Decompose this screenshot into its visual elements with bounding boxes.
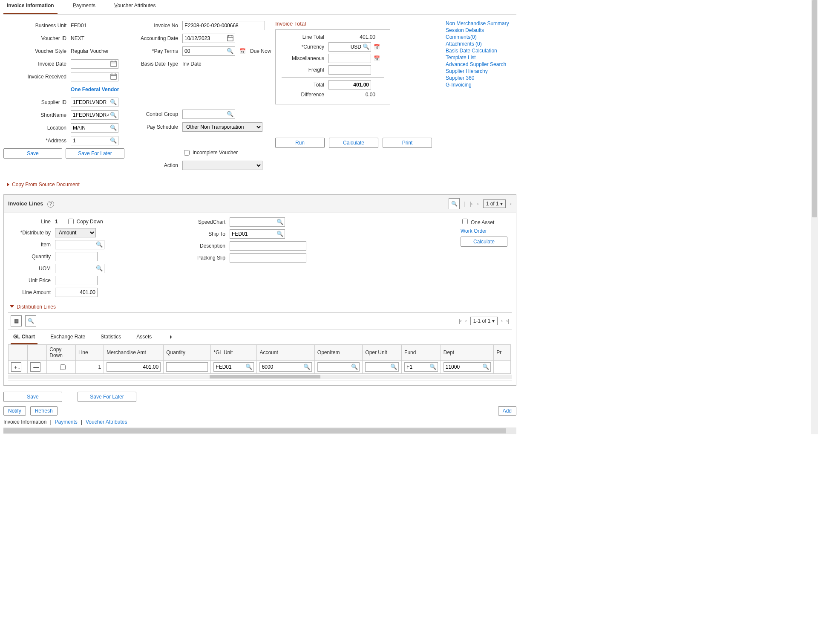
- packing-slip-input[interactable]: [230, 253, 306, 263]
- first-icon[interactable]: |‹: [470, 201, 473, 207]
- footer-save-for-later-button[interactable]: Save For Later: [78, 392, 136, 402]
- grid-next-icon[interactable]: ›: [501, 318, 503, 324]
- save-button[interactable]: Save: [3, 148, 62, 159]
- search-icon[interactable]: 🔍: [277, 231, 283, 237]
- search-icon[interactable]: 🔍: [110, 124, 117, 131]
- next-icon[interactable]: ›: [510, 201, 512, 207]
- col-gl-unit[interactable]: *GL Unit: [211, 345, 257, 361]
- link-attachments[interactable]: Attachments (0): [446, 41, 509, 47]
- search-icon[interactable]: 🔍: [96, 265, 103, 271]
- search-icon[interactable]: 🔍: [227, 48, 233, 54]
- page-hscroll[interactable]: [3, 427, 516, 434]
- link-session-defaults[interactable]: Session Defaults: [446, 27, 509, 33]
- link-template-list[interactable]: Template List: [446, 55, 509, 61]
- grid-first-icon[interactable]: |‹: [459, 318, 462, 324]
- search-icon[interactable]: 🔍: [277, 219, 283, 225]
- row-copy-down-checkbox[interactable]: [51, 364, 75, 370]
- one-asset-checkbox[interactable]: [462, 219, 468, 224]
- search-icon[interactable]: 🔍: [363, 43, 369, 50]
- misc-input[interactable]: [328, 54, 371, 63]
- calendar-icon[interactable]: [110, 73, 117, 80]
- find-icon[interactable]: 🔍: [449, 198, 460, 209]
- col-pr[interactable]: Pr: [494, 345, 511, 361]
- print-button[interactable]: Print: [383, 138, 432, 148]
- pay-terms-detail-icon[interactable]: 📅: [239, 48, 246, 54]
- col-oper-unit[interactable]: Oper Unit: [363, 345, 402, 361]
- col-openitem[interactable]: OpenItem: [314, 345, 363, 361]
- search-icon[interactable]: 🔍: [227, 111, 233, 117]
- calendar-icon[interactable]: [110, 61, 117, 67]
- action-select[interactable]: [182, 161, 262, 170]
- one-federal-vendor-link[interactable]: One Federal Vendor: [71, 87, 119, 92]
- grid-page-selector[interactable]: 1-1 of 1 ▾: [470, 317, 498, 325]
- bottom-tab-payments[interactable]: Payments: [55, 419, 78, 425]
- prev-icon[interactable]: ‹: [477, 201, 479, 207]
- bottom-tab-invoice-info[interactable]: Invoice Information: [3, 419, 46, 425]
- calendar-icon[interactable]: [227, 35, 233, 41]
- show-all-columns-icon[interactable]: ⏵: [166, 332, 176, 344]
- col-copy-down[interactable]: Copy Down: [47, 345, 76, 361]
- notify-button[interactable]: Notify: [3, 406, 26, 416]
- subtab-gl-chart[interactable]: GL Chart: [11, 332, 37, 344]
- grid-settings-icon[interactable]: ▦: [11, 315, 22, 326]
- footer-save-button[interactable]: Save: [3, 392, 62, 402]
- delete-row-button[interactable]: —: [30, 362, 40, 372]
- add-row-button[interactable]: +..: [11, 362, 21, 372]
- link-adv-supplier-search[interactable]: Advanced Supplier Search: [446, 61, 509, 67]
- row-merch-amt-input[interactable]: [107, 362, 161, 372]
- line-calculate-button[interactable]: Calculate: [461, 237, 507, 247]
- tab-payments[interactable]: Payments: [69, 1, 99, 14]
- page-selector[interactable]: 1 of 1 ▾: [483, 199, 506, 208]
- incomplete-voucher-checkbox[interactable]: [184, 150, 190, 156]
- grid-last-icon[interactable]: ›|: [506, 318, 509, 324]
- grid-prev-icon[interactable]: ‹: [465, 318, 467, 324]
- add-button[interactable]: Add: [498, 406, 516, 416]
- search-icon[interactable]: 🔍: [110, 112, 117, 118]
- pay-schedule-select[interactable]: Other Non Transportation: [182, 122, 262, 132]
- grid-hscroll-thumb[interactable]: [210, 375, 320, 378]
- col-merch-amt[interactable]: Merchandise Amt: [104, 345, 164, 361]
- work-order-link[interactable]: Work Order: [461, 228, 487, 234]
- search-icon[interactable]: 🔍: [245, 364, 252, 370]
- search-icon[interactable]: 🔍: [110, 99, 117, 105]
- copy-from-source-toggle[interactable]: Copy From Source Document: [7, 182, 516, 188]
- distribute-by-select[interactable]: Amount: [55, 228, 96, 237]
- link-basis-date-calc[interactable]: Basis Date Calculation: [446, 48, 509, 54]
- col-quantity[interactable]: Quantity: [164, 345, 211, 361]
- col-dept[interactable]: Dept: [441, 345, 493, 361]
- page-vscroll[interactable]: [811, 0, 818, 434]
- refresh-button[interactable]: Refresh: [30, 406, 58, 416]
- description-input[interactable]: [230, 241, 306, 251]
- link-supplier-360[interactable]: Supplier 360: [446, 75, 509, 81]
- col-line[interactable]: Line: [76, 345, 104, 361]
- calculate-button[interactable]: Calculate: [329, 138, 378, 148]
- misc-detail-icon[interactable]: 📅: [374, 55, 380, 61]
- search-icon[interactable]: 🔍: [390, 364, 397, 370]
- help-icon[interactable]: ?: [47, 201, 54, 208]
- line-amount-input[interactable]: [55, 288, 98, 297]
- currency-detail-icon[interactable]: 📅: [374, 44, 380, 50]
- search-icon[interactable]: 🔍: [303, 364, 310, 370]
- link-non-merch-summary[interactable]: Non Merchandise Summary: [446, 20, 509, 26]
- quantity-input[interactable]: [55, 252, 98, 261]
- row-quantity-input[interactable]: [166, 362, 208, 372]
- search-icon[interactable]: 🔍: [429, 364, 436, 370]
- bottom-tab-voucher-attributes[interactable]: Voucher Attributes: [86, 419, 127, 425]
- tab-voucher-attributes[interactable]: Voucher Attributes: [111, 1, 159, 14]
- col-fund[interactable]: Fund: [402, 345, 441, 361]
- grid-find-icon[interactable]: 🔍: [25, 315, 36, 326]
- total-input[interactable]: [328, 80, 371, 90]
- link-g-invoicing[interactable]: G-Invoicing: [446, 82, 509, 88]
- invoice-no-input[interactable]: [182, 21, 265, 30]
- subtab-assets[interactable]: Assets: [134, 332, 154, 344]
- link-comments[interactable]: Comments(0): [446, 34, 509, 40]
- search-icon[interactable]: 🔍: [482, 364, 489, 370]
- search-icon[interactable]: 🔍: [351, 364, 358, 370]
- run-button[interactable]: Run: [275, 138, 325, 148]
- tab-invoice-information[interactable]: Invoice Information: [3, 1, 58, 14]
- copy-down-checkbox[interactable]: [68, 219, 74, 224]
- col-account[interactable]: Account: [257, 345, 314, 361]
- save-for-later-button[interactable]: Save For Later: [66, 148, 124, 159]
- search-icon[interactable]: 🔍: [110, 137, 117, 144]
- distribution-lines-toggle[interactable]: Distribution Lines: [10, 304, 512, 310]
